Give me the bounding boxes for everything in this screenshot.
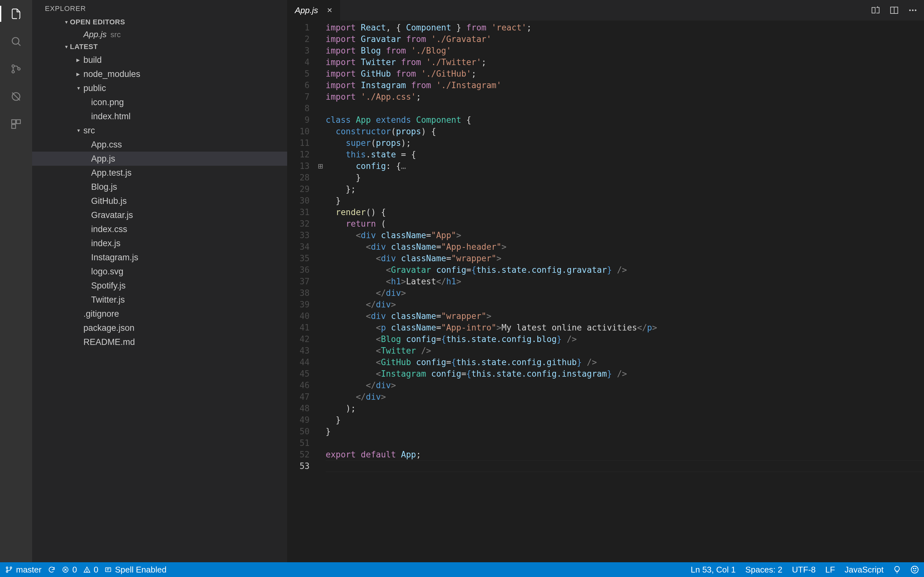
file-row[interactable]: App.css (32, 137, 287, 152)
file-row[interactable]: Instagram.js (32, 250, 287, 264)
git-branch[interactable]: master (5, 565, 41, 575)
eol[interactable]: LF (825, 565, 835, 575)
folder-row[interactable]: ▶build (32, 53, 287, 67)
line-number: 3 (287, 45, 310, 56)
line-number: 38 (287, 287, 310, 299)
close-icon[interactable]: × (327, 5, 332, 15)
fold-gutter-cell (318, 368, 326, 380)
extensions-icon[interactable] (8, 116, 24, 132)
split-editor-icon[interactable] (889, 5, 899, 15)
code-line: <div className="App-header"> (326, 241, 924, 253)
tree-item-label: index.css (91, 224, 128, 234)
open-editor-path: src (110, 30, 121, 39)
file-row[interactable]: Gravatar.js (32, 208, 287, 222)
explorer-title: EXPLORER (32, 0, 287, 16)
tree-item-label: node_modules (83, 69, 140, 79)
source-control-icon[interactable] (8, 61, 24, 77)
svg-point-14 (912, 10, 914, 11)
file-row[interactable]: App.js (32, 152, 287, 166)
tab-app-js[interactable]: App.js × (287, 0, 340, 21)
smiley-icon[interactable] (911, 566, 919, 574)
file-row[interactable]: index.css (32, 222, 287, 236)
fold-gutter-cell (318, 391, 326, 403)
language-mode[interactable]: JavaScript (845, 565, 884, 575)
file-row[interactable]: .gitignore (32, 307, 287, 321)
svg-point-13 (909, 10, 911, 11)
folder-row[interactable]: ▶node_modules (32, 67, 287, 81)
fold-gutter-cell (318, 322, 326, 334)
fold-gutter-cell (318, 345, 326, 356)
open-editor-row[interactable]: App.jssrc (32, 28, 287, 41)
file-row[interactable]: package.json (32, 321, 287, 335)
encoding[interactable]: UTF-8 (792, 565, 816, 575)
cursor-position[interactable]: Ln 53, Col 1 (691, 565, 736, 575)
code-editor[interactable]: 1234567891011121328293031323334353637383… (287, 21, 924, 562)
code-line: </div> (326, 287, 924, 299)
line-number: 4 (287, 56, 310, 68)
debug-icon[interactable] (8, 89, 24, 105)
svg-point-23 (87, 571, 87, 572)
fold-icon[interactable]: ⊞ (318, 160, 326, 172)
indent-setting[interactable]: Spaces: 2 (745, 565, 782, 575)
file-row[interactable]: README.md (32, 335, 287, 349)
line-number: 6 (287, 79, 310, 91)
code-line (326, 437, 924, 449)
fold-gutter-cell (318, 206, 326, 218)
sync-button[interactable] (48, 566, 55, 574)
tree-item-label: package.json (83, 323, 134, 333)
svg-point-3 (12, 71, 15, 73)
line-number: 31 (287, 206, 310, 218)
tree-item-label: public (83, 83, 106, 93)
svg-point-16 (6, 567, 8, 569)
tree-item-label: App.js (91, 154, 115, 164)
line-number: 34 (287, 241, 310, 253)
line-number: 52 (287, 449, 310, 460)
svg-rect-7 (12, 120, 16, 124)
feedback-icon[interactable] (893, 566, 901, 574)
explorer-icon[interactable] (8, 6, 24, 22)
line-number: 9 (287, 114, 310, 126)
code-line: } (326, 426, 924, 437)
file-row[interactable]: logo.svg (32, 264, 287, 279)
compare-icon[interactable] (871, 5, 880, 15)
tree-item-label: Instagram.js (91, 253, 138, 263)
file-row[interactable]: index.js (32, 236, 287, 250)
file-row[interactable]: GitHub.js (32, 194, 287, 208)
project-header[interactable]: ▼ LATEST (32, 41, 287, 53)
tree-item-label: README.md (83, 337, 135, 347)
folder-row[interactable]: ▼src (32, 123, 287, 137)
fold-gutter-cell (318, 253, 326, 264)
file-row[interactable]: Spotify.js (32, 279, 287, 293)
tab-label: App.js (295, 5, 318, 15)
code-line: import Twitter from './Twitter'; (326, 56, 924, 68)
svg-rect-9 (12, 125, 16, 129)
line-number: 10 (287, 126, 310, 137)
open-editors-header[interactable]: ▼ OPEN EDITORS (32, 16, 287, 28)
open-editor-name: App.js (83, 29, 107, 39)
more-icon[interactable] (908, 5, 918, 15)
svg-point-17 (6, 571, 8, 572)
line-number: 51 (287, 437, 310, 449)
folder-row[interactable]: ▼public (32, 81, 287, 95)
line-number: 7 (287, 91, 310, 103)
file-row[interactable]: index.html (32, 109, 287, 123)
search-icon[interactable] (8, 33, 24, 49)
line-number: 42 (287, 334, 310, 345)
file-row[interactable]: Twitter.js (32, 293, 287, 307)
fold-gutter-cell (318, 380, 326, 391)
fold-gutter-cell (318, 426, 326, 437)
fold-gutter-cell (318, 449, 326, 460)
fold-gutter-cell (318, 22, 326, 33)
line-number: 5 (287, 68, 310, 79)
file-row[interactable]: Blog.js (32, 180, 287, 194)
file-row[interactable]: App.test.js (32, 166, 287, 180)
fold-gutter-cell (318, 126, 326, 137)
line-number: 44 (287, 356, 310, 368)
fold-gutter-cell (318, 68, 326, 79)
svg-point-0 (12, 37, 19, 44)
warnings-count[interactable]: 0 (83, 565, 98, 575)
spell-status[interactable]: Spell Enabled (105, 565, 166, 575)
svg-point-29 (915, 568, 916, 569)
file-row[interactable]: icon.png (32, 95, 287, 109)
errors-count[interactable]: 0 (62, 565, 77, 575)
